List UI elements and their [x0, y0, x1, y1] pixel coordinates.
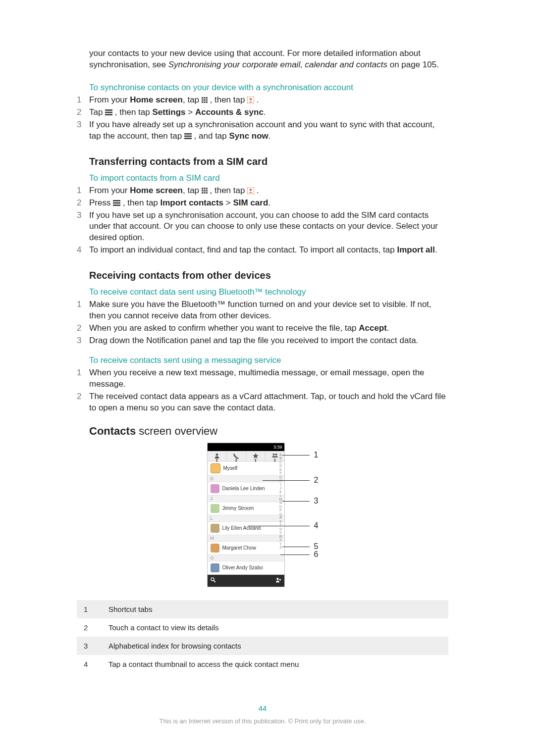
callout-line: [263, 480, 310, 481]
avatar[interactable]: [211, 524, 219, 533]
step-number: 1: [77, 367, 89, 379]
step-text: When you are asked to confirm whether yo…: [89, 323, 448, 334]
legend-text: Touch a contact to view its details: [102, 618, 448, 637]
phone-bottombar: [208, 575, 284, 587]
overview-heading: Contacts screen overview: [89, 425, 448, 438]
step-item: 3If you have already set up a synchronis…: [77, 119, 448, 142]
step-text: If you have set up a synchronisation acc…: [89, 210, 448, 244]
intro-text-italic: Synchronising your corporate email, cale…: [168, 60, 387, 69]
search-icon[interactable]: [211, 577, 216, 584]
receive-bt-steps-list: 1Make sure you have the Bluetooth™ funct…: [77, 299, 448, 347]
legend-number: 3: [77, 637, 102, 655]
step-item: 3Drag down the Notification panel and ta…: [77, 335, 448, 347]
step-number: 2: [77, 323, 89, 334]
transfer-subheading: To import contacts from a SIM card: [89, 173, 448, 183]
callout-line: [248, 526, 310, 526]
phone-contact-row[interactable]: Daniela Lee Linden: [208, 482, 284, 496]
step-number: 3: [77, 210, 89, 221]
legend-number: 2: [77, 618, 102, 637]
callout-number: 4: [314, 521, 319, 530]
add-contact-icon[interactable]: [275, 577, 281, 584]
phone-section-letter: M: [208, 535, 284, 542]
sync-subheading: To synchronise contacts on your device w…: [89, 83, 448, 93]
apps-grid-icon: [202, 97, 208, 103]
legend-row: 2Touch a contact to view its details: [77, 618, 448, 637]
menu-icon: [105, 109, 112, 115]
phone-contact-row[interactable]: Jimmy Stroom: [208, 502, 284, 515]
step-item: 1From your Home screen, tap , then tap .: [77, 95, 448, 106]
step-text: Make sure you have the Bluetooth™ functi…: [89, 299, 448, 322]
page-number: 44: [77, 704, 448, 712]
phone-section-letter: O: [208, 555, 284, 561]
phone-contact-row[interactable]: Lily Ellen Ackland: [208, 522, 284, 535]
step-number: 3: [77, 335, 89, 347]
apps-grid-icon: [202, 188, 208, 194]
phone-myself-row[interactable]: Myself: [208, 461, 284, 476]
legend-text: Shortcut tabs: [102, 600, 448, 618]
tab-caret-icon: ⬆: [254, 458, 258, 463]
step-number: 4: [77, 245, 89, 256]
phone-tabs-row[interactable]: ⬆ ⬆ ⬆ ⬆: [208, 451, 284, 461]
callout-line: [280, 554, 310, 555]
phone-section-letter: D: [208, 476, 284, 482]
phone-contact-row[interactable]: Oliver Andy Szabo: [208, 561, 284, 575]
tab-caret-icon: ⬆: [215, 458, 219, 463]
contacts-icon: [247, 187, 254, 194]
step-number: 2: [77, 391, 89, 403]
receive-msg-subheading: To receive contacts sent using a messagi…: [89, 355, 448, 365]
transfer-steps-list: 1From your Home screen, tap , then tap .…: [77, 185, 448, 256]
legend-number: 1: [77, 600, 102, 618]
step-text: Press , then tap Import contacts > SIM c…: [89, 198, 448, 209]
legend-row: 3Alphabetical index for browsing contact…: [77, 637, 448, 655]
step-number: 1: [77, 185, 89, 197]
footer-notice: This is an Internet version of this publ…: [77, 717, 448, 725]
avatar[interactable]: [211, 484, 219, 493]
avatar[interactable]: [211, 544, 219, 553]
callout-number: 1: [314, 451, 319, 459]
legend-row: 4Tap a contact thumbnail to access the q…: [77, 655, 448, 673]
step-number: 2: [77, 198, 89, 209]
callout-number: 3: [314, 497, 319, 505]
phone-tab-contact[interactable]: ⬆: [208, 451, 227, 461]
legend-text: Alphabetical index for browsing contacts: [102, 637, 448, 655]
avatar[interactable]: [211, 504, 219, 513]
avatar[interactable]: [211, 563, 219, 572]
step-item: 4To import an individual contact, find a…: [77, 245, 448, 256]
phone-tab-fav[interactable]: ⬆: [246, 451, 266, 461]
phone-statusbar: 3:39: [208, 443, 284, 451]
sync-steps-list: 1From your Home screen, tap , then tap .…: [77, 95, 448, 142]
contacts-icon: [247, 97, 254, 103]
overview-heading-rest: screen overview: [136, 425, 217, 437]
step-text: The received contact data appears as a v…: [89, 391, 448, 414]
avatar[interactable]: [211, 463, 220, 473]
step-text: From your Home screen, tap , then tap .: [89, 95, 448, 106]
phone-section-letter: J: [208, 496, 284, 502]
legend-text: Tap a contact thumbnail to access the qu…: [102, 655, 448, 673]
tab-caret-icon: ⬆: [273, 458, 277, 463]
phone-contact-name: Jimmy Stroom: [222, 505, 254, 511]
callout-line: [282, 547, 310, 547]
callout-number: 6: [314, 550, 319, 559]
phone-contacts-list: DDaniela Lee LindenJJimmy StroomLLily El…: [208, 476, 284, 575]
menu-icon: [184, 133, 192, 139]
step-item: 3If you have set up a synchronisation ac…: [77, 210, 448, 244]
step-text: If you have already set up a synchronisa…: [89, 119, 448, 142]
overview-legend-table: 1Shortcut tabs2Touch a contact to view i…: [77, 600, 448, 673]
callout-line: [282, 501, 310, 502]
phone-contact-row[interactable]: Margaret Chow: [208, 542, 284, 555]
callout-line: [282, 455, 310, 455]
receive-bt-subheading: To receive contact data sent using Bluet…: [89, 287, 448, 297]
step-item: 1Make sure you have the Bluetooth™ funct…: [77, 299, 448, 322]
overview-figure: 3:39 ⬆ ⬆ ⬆ ⬆ Myself DDaniela Lee LindenJ…: [77, 443, 448, 589]
phone-contact-name: Lily Ellen Ackland: [222, 525, 261, 531]
step-text: From your Home screen, tap , then tap .: [89, 185, 448, 197]
step-number: 1: [77, 95, 89, 106]
step-text: Drag down the Notification panel and tap…: [89, 335, 448, 347]
phone-tab-call[interactable]: ⬆: [227, 451, 246, 461]
menu-icon: [113, 200, 120, 206]
tab-caret-icon: ⬆: [234, 458, 238, 463]
intro-paragraph: your contacts to your new device using t…: [89, 48, 448, 71]
phone-section-letter: L: [208, 515, 284, 522]
step-item: 2The received contact data appears as a …: [77, 391, 448, 414]
step-item: 1From your Home screen, tap , then tap .: [77, 185, 448, 197]
